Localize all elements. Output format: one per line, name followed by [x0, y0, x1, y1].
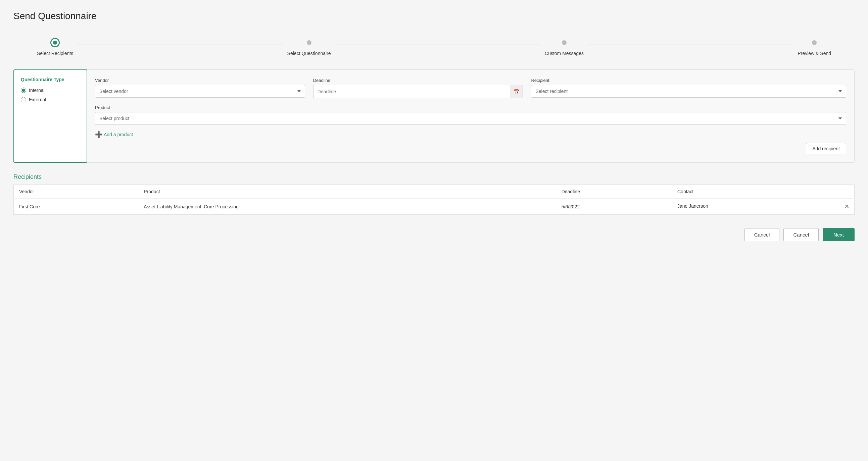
col-header-vendor: Vendor — [14, 185, 138, 199]
radio-internal-label: Internal — [29, 88, 44, 93]
product-group: Product Select product — [95, 105, 846, 125]
add-product-label: Add a product — [104, 132, 133, 137]
step-label-4: Preview & Send — [798, 51, 831, 56]
title-divider — [13, 27, 855, 27]
main-content-area: Questionnaire Type Internal External Ven… — [13, 69, 855, 163]
recipient-select[interactable]: Select recipient — [531, 85, 846, 98]
cell-contact: Jane Janerson ✕ — [672, 199, 855, 215]
cell-vendor: First Core — [14, 199, 138, 215]
step-label-1: Select Recipients — [37, 51, 73, 56]
form-row-2: Product Select product — [95, 105, 846, 125]
product-select[interactable]: Select product — [95, 112, 846, 125]
col-header-product: Product — [138, 185, 556, 199]
questionnaire-type-panel: Questionnaire Type Internal External — [13, 69, 87, 163]
questionnaire-type-options: Internal External — [21, 88, 80, 102]
plus-icon: ➕ — [95, 132, 102, 138]
add-recipient-button[interactable]: Add recipient — [806, 143, 846, 154]
add-recipient-row: Add recipient — [95, 143, 846, 154]
delete-row-button[interactable]: ✕ — [844, 203, 849, 210]
questionnaire-type-title: Questionnaire Type — [21, 77, 80, 82]
vendor-group: Vendor Select vendor — [95, 78, 305, 98]
deadline-input[interactable] — [313, 85, 510, 98]
footer-buttons: Cancel Cancel Next — [13, 226, 855, 241]
cancel-button-2[interactable]: Cancel — [783, 228, 819, 241]
cell-product: Asset Liability Management, Core Process… — [138, 199, 556, 215]
step-circle-4 — [812, 40, 817, 45]
recipients-section: Recipients Vendor Product Deadline Conta… — [13, 173, 855, 215]
next-button[interactable]: Next — [823, 228, 855, 241]
step-circle-1 — [50, 38, 60, 47]
table-header-row: Vendor Product Deadline Contact — [14, 185, 855, 199]
step-select-recipients[interactable]: Select Recipients — [34, 38, 76, 56]
deadline-label: Deadline — [313, 78, 523, 83]
step-preview-send[interactable]: Preview & Send — [794, 38, 834, 56]
radio-internal[interactable]: Internal — [21, 88, 80, 93]
recipient-group: Recipient Select recipient — [531, 78, 846, 98]
add-product-link[interactable]: ➕ Add a product — [95, 132, 846, 138]
recipients-title: Recipients — [13, 173, 855, 180]
radio-internal-input[interactable] — [21, 88, 26, 93]
cancel-button-1[interactable]: Cancel — [744, 228, 780, 241]
vendor-label: Vendor — [95, 78, 305, 83]
radio-external-label: External — [29, 97, 46, 102]
step-circle-3 — [562, 40, 566, 45]
radio-external-input[interactable] — [21, 97, 26, 102]
product-label: Product — [95, 105, 846, 110]
form-panel: Vendor Select vendor Deadline 📅 Recipien… — [87, 70, 854, 162]
col-header-deadline: Deadline — [556, 185, 672, 199]
radio-external[interactable]: External — [21, 97, 80, 102]
recipient-label: Recipient — [531, 78, 846, 83]
stepper: Select Recipients Select Questionnaire C… — [13, 38, 855, 56]
recipients-table: Vendor Product Deadline Contact First Co… — [13, 185, 855, 215]
table-row: First Core Asset Liability Management, C… — [14, 199, 855, 215]
step-label-3: Custom Messages — [545, 51, 584, 56]
vendor-select[interactable]: Select vendor — [95, 85, 305, 98]
deadline-group: Deadline 📅 — [313, 78, 523, 98]
step-label-2: Select Questionnaire — [287, 51, 331, 56]
col-header-contact: Contact — [672, 185, 855, 199]
calendar-icon[interactable]: 📅 — [510, 85, 523, 98]
form-row-1: Vendor Select vendor Deadline 📅 Recipien… — [95, 78, 846, 98]
cell-deadline: 5/6/2022 — [556, 199, 672, 215]
step-custom-messages[interactable]: Custom Messages — [541, 38, 587, 56]
page-title: Send Questionnaire — [13, 11, 855, 22]
step-select-questionnaire[interactable]: Select Questionnaire — [284, 38, 334, 56]
deadline-wrapper: 📅 — [313, 85, 523, 98]
step-circle-2 — [307, 40, 311, 45]
